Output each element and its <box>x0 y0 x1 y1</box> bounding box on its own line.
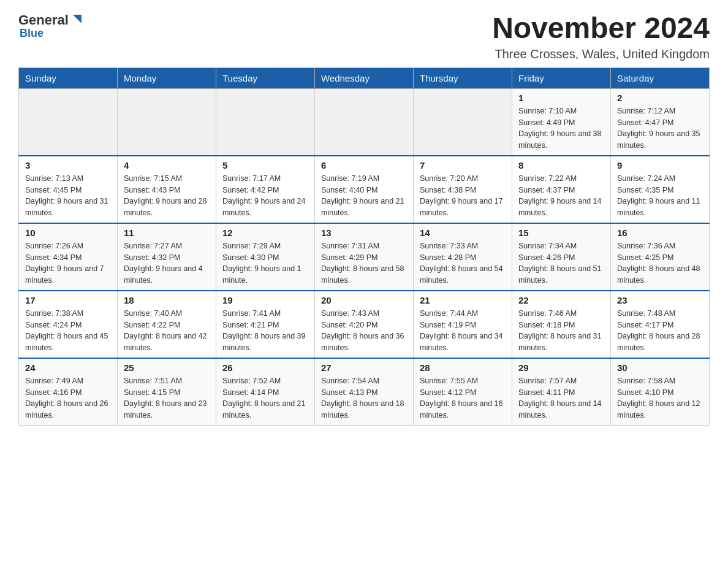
day-number: 24 <box>25 362 111 373</box>
calendar-day-cell: 9Sunrise: 7:24 AM Sunset: 4:35 PM Daylig… <box>611 156 710 223</box>
calendar-day-cell: 27Sunrise: 7:54 AM Sunset: 4:13 PM Dayli… <box>315 358 414 426</box>
day-number: 26 <box>222 362 308 373</box>
day-number: 6 <box>321 160 407 170</box>
header: General Blue November 2024 Three Crosses… <box>18 12 710 61</box>
calendar-week-row: 24Sunrise: 7:49 AM Sunset: 4:16 PM Dayli… <box>19 358 710 426</box>
page-subtitle: Three Crosses, Wales, United Kingdom <box>492 47 710 61</box>
calendar-day-cell: 3Sunrise: 7:13 AM Sunset: 4:45 PM Daylig… <box>19 156 118 223</box>
logo-general: General <box>18 13 69 27</box>
calendar-day-cell: 15Sunrise: 7:34 AM Sunset: 4:26 PM Dayli… <box>512 223 611 291</box>
calendar-week-row: 17Sunrise: 7:38 AM Sunset: 4:24 PM Dayli… <box>19 291 710 358</box>
day-number: 21 <box>420 295 506 305</box>
day-number: 12 <box>222 228 308 238</box>
day-number: 15 <box>518 228 604 238</box>
day-info: Sunrise: 7:12 AM Sunset: 4:47 PM Dayligh… <box>617 105 703 151</box>
header-sunday: Sunday <box>19 67 118 88</box>
day-number: 11 <box>124 228 210 238</box>
day-info: Sunrise: 7:34 AM Sunset: 4:26 PM Dayligh… <box>518 240 604 286</box>
calendar-day-cell: 19Sunrise: 7:41 AM Sunset: 4:21 PM Dayli… <box>216 291 315 358</box>
calendar-week-row: 1Sunrise: 7:10 AM Sunset: 4:49 PM Daylig… <box>19 88 710 156</box>
day-number: 2 <box>617 93 703 103</box>
day-number: 14 <box>420 228 506 238</box>
day-info: Sunrise: 7:33 AM Sunset: 4:28 PM Dayligh… <box>420 240 506 286</box>
calendar-table: Sunday Monday Tuesday Wednesday Thursday… <box>18 67 710 426</box>
calendar-day-cell: 22Sunrise: 7:46 AM Sunset: 4:18 PM Dayli… <box>512 291 611 358</box>
calendar-week-row: 10Sunrise: 7:26 AM Sunset: 4:34 PM Dayli… <box>19 223 710 291</box>
calendar-week-row: 3Sunrise: 7:13 AM Sunset: 4:45 PM Daylig… <box>19 156 710 223</box>
logo-blue: Blue <box>20 27 44 40</box>
calendar-day-cell: 11Sunrise: 7:27 AM Sunset: 4:32 PM Dayli… <box>118 223 216 291</box>
calendar-day-cell: 10Sunrise: 7:26 AM Sunset: 4:34 PM Dayli… <box>19 223 118 291</box>
calendar-day-cell: 2Sunrise: 7:12 AM Sunset: 4:47 PM Daylig… <box>611 88 710 156</box>
day-info: Sunrise: 7:13 AM Sunset: 4:45 PM Dayligh… <box>25 173 111 219</box>
day-number: 23 <box>617 295 703 305</box>
calendar-day-cell <box>315 88 414 156</box>
header-monday: Monday <box>118 67 216 88</box>
day-number: 19 <box>222 295 308 305</box>
calendar-day-cell: 16Sunrise: 7:36 AM Sunset: 4:25 PM Dayli… <box>611 223 710 291</box>
day-info: Sunrise: 7:54 AM Sunset: 4:13 PM Dayligh… <box>321 375 407 421</box>
calendar-day-cell: 12Sunrise: 7:29 AM Sunset: 4:30 PM Dayli… <box>216 223 315 291</box>
day-info: Sunrise: 7:40 AM Sunset: 4:22 PM Dayligh… <box>124 308 210 354</box>
day-info: Sunrise: 7:44 AM Sunset: 4:19 PM Dayligh… <box>420 308 506 354</box>
day-info: Sunrise: 7:27 AM Sunset: 4:32 PM Dayligh… <box>124 240 210 286</box>
calendar-day-cell: 28Sunrise: 7:55 AM Sunset: 4:12 PM Dayli… <box>414 358 512 426</box>
day-number: 28 <box>420 362 506 373</box>
calendar-day-cell: 18Sunrise: 7:40 AM Sunset: 4:22 PM Dayli… <box>118 291 216 358</box>
day-info: Sunrise: 7:38 AM Sunset: 4:24 PM Dayligh… <box>25 308 111 354</box>
calendar-day-cell <box>414 88 512 156</box>
day-info: Sunrise: 7:58 AM Sunset: 4:10 PM Dayligh… <box>617 375 703 421</box>
header-saturday: Saturday <box>611 67 710 88</box>
header-wednesday: Wednesday <box>315 67 414 88</box>
day-number: 1 <box>518 93 604 103</box>
day-number: 27 <box>321 362 407 373</box>
calendar-day-cell: 21Sunrise: 7:44 AM Sunset: 4:19 PM Dayli… <box>414 291 512 358</box>
calendar-day-cell: 7Sunrise: 7:20 AM Sunset: 4:38 PM Daylig… <box>414 156 512 223</box>
day-info: Sunrise: 7:22 AM Sunset: 4:37 PM Dayligh… <box>518 173 604 219</box>
day-info: Sunrise: 7:46 AM Sunset: 4:18 PM Dayligh… <box>518 308 604 354</box>
day-number: 8 <box>518 160 604 170</box>
calendar-day-cell: 4Sunrise: 7:15 AM Sunset: 4:43 PM Daylig… <box>118 156 216 223</box>
day-number: 18 <box>124 295 210 305</box>
calendar-day-cell: 1Sunrise: 7:10 AM Sunset: 4:49 PM Daylig… <box>512 88 611 156</box>
day-info: Sunrise: 7:20 AM Sunset: 4:38 PM Dayligh… <box>420 173 506 219</box>
day-info: Sunrise: 7:17 AM Sunset: 4:42 PM Dayligh… <box>222 173 308 219</box>
day-number: 22 <box>518 295 604 305</box>
logo: General Blue <box>18 12 84 40</box>
calendar-day-cell: 17Sunrise: 7:38 AM Sunset: 4:24 PM Dayli… <box>19 291 118 358</box>
calendar-day-cell: 13Sunrise: 7:31 AM Sunset: 4:29 PM Dayli… <box>315 223 414 291</box>
day-info: Sunrise: 7:51 AM Sunset: 4:15 PM Dayligh… <box>124 375 210 421</box>
calendar-day-cell <box>118 88 216 156</box>
calendar-day-cell <box>216 88 315 156</box>
day-info: Sunrise: 7:29 AM Sunset: 4:30 PM Dayligh… <box>222 240 308 286</box>
calendar-day-cell: 30Sunrise: 7:58 AM Sunset: 4:10 PM Dayli… <box>611 358 710 426</box>
day-info: Sunrise: 7:10 AM Sunset: 4:49 PM Dayligh… <box>518 105 604 151</box>
day-number: 29 <box>518 362 604 373</box>
calendar-day-cell <box>19 88 118 156</box>
calendar-day-cell: 29Sunrise: 7:57 AM Sunset: 4:11 PM Dayli… <box>512 358 611 426</box>
day-number: 30 <box>617 362 703 373</box>
calendar-day-cell: 24Sunrise: 7:49 AM Sunset: 4:16 PM Dayli… <box>19 358 118 426</box>
day-info: Sunrise: 7:24 AM Sunset: 4:35 PM Dayligh… <box>617 173 703 219</box>
logo-triangle-icon <box>70 12 84 26</box>
day-number: 20 <box>321 295 407 305</box>
day-number: 4 <box>124 160 210 170</box>
day-info: Sunrise: 7:41 AM Sunset: 4:21 PM Dayligh… <box>222 308 308 354</box>
day-number: 10 <box>25 228 111 238</box>
day-info: Sunrise: 7:48 AM Sunset: 4:17 PM Dayligh… <box>617 308 703 354</box>
day-info: Sunrise: 7:26 AM Sunset: 4:34 PM Dayligh… <box>25 240 111 286</box>
header-thursday: Thursday <box>414 67 512 88</box>
header-tuesday: Tuesday <box>216 67 315 88</box>
day-number: 9 <box>617 160 703 170</box>
day-number: 5 <box>222 160 308 170</box>
calendar-day-cell: 14Sunrise: 7:33 AM Sunset: 4:28 PM Dayli… <box>414 223 512 291</box>
day-info: Sunrise: 7:55 AM Sunset: 4:12 PM Dayligh… <box>420 375 506 421</box>
day-info: Sunrise: 7:43 AM Sunset: 4:20 PM Dayligh… <box>321 308 407 354</box>
day-number: 17 <box>25 295 111 305</box>
day-number: 3 <box>25 160 111 170</box>
day-info: Sunrise: 7:15 AM Sunset: 4:43 PM Dayligh… <box>124 173 210 219</box>
day-info: Sunrise: 7:49 AM Sunset: 4:16 PM Dayligh… <box>25 375 111 421</box>
day-number: 13 <box>321 228 407 238</box>
calendar-day-cell: 6Sunrise: 7:19 AM Sunset: 4:40 PM Daylig… <box>315 156 414 223</box>
calendar-day-cell: 20Sunrise: 7:43 AM Sunset: 4:20 PM Dayli… <box>315 291 414 358</box>
